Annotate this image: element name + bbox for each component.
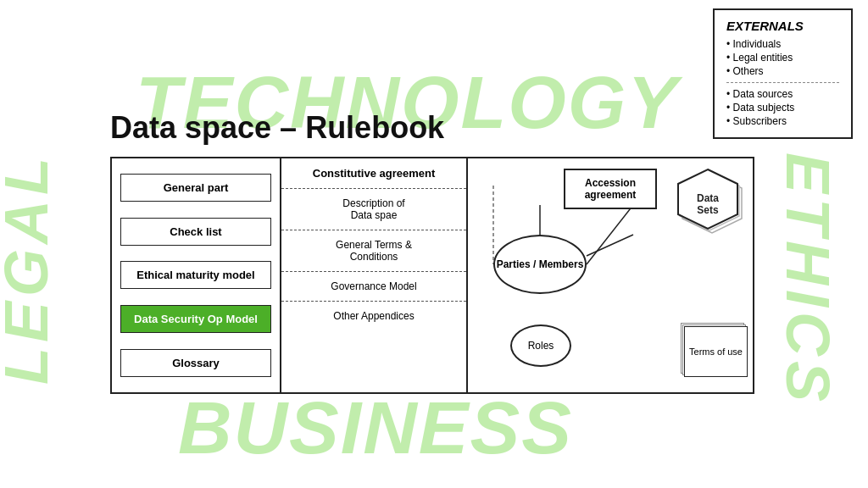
externals-item-individuals: • Individuals bbox=[726, 38, 839, 50]
externals-item-others: • Others bbox=[726, 65, 839, 77]
svg-line-3 bbox=[587, 235, 633, 256]
svg-text:Data: Data bbox=[697, 192, 719, 204]
constitutive-item-3: Governance Model bbox=[281, 272, 466, 302]
svg-text:Sets: Sets bbox=[697, 204, 719, 216]
externals-box: EXTERNALS • Individuals • Legal entities… bbox=[713, 8, 853, 139]
constitutive-item-4: Other Appendices bbox=[281, 302, 466, 330]
roles-ellipse: Roles bbox=[510, 324, 571, 367]
externals-item-datasources: • Data sources bbox=[726, 88, 839, 100]
constitutive-header: Constitutive agreement bbox=[281, 158, 466, 189]
rulebook-checklist[interactable]: Check list bbox=[120, 218, 271, 246]
terms-label: Terms of use bbox=[689, 347, 743, 357]
rulebook-general[interactable]: General part bbox=[120, 174, 271, 202]
page-title: Data space – Rulebook bbox=[110, 110, 444, 146]
constitutive-item-2: General Terms &Conditions bbox=[281, 230, 466, 272]
rulebook-ethical[interactable]: Ethical maturity model bbox=[120, 261, 271, 289]
constitutive-item-1: Description ofData spae bbox=[281, 189, 466, 230]
rulebook-datasecurity[interactable]: Data Security Op Model bbox=[120, 305, 271, 333]
roles-label: Roles bbox=[528, 340, 554, 352]
externals-item-subscribers: • Subscribers bbox=[726, 115, 839, 127]
svg-line-2 bbox=[587, 205, 633, 264]
rulebook-glossary[interactable]: Glossary bbox=[120, 349, 271, 377]
accession-box: Accession agreement bbox=[564, 169, 657, 209]
parties-label: Parties / Members bbox=[497, 258, 584, 270]
datasets-wrapper: Data Sets bbox=[670, 165, 746, 249]
accession-label: Accession agreement bbox=[585, 177, 637, 201]
terms-front: Terms of use bbox=[684, 326, 748, 377]
terms-wrapper: Terms of use bbox=[684, 326, 748, 377]
parties-ellipse: Parties / Members bbox=[493, 235, 587, 294]
right-panel: Accession agreement Parties / Members Ro… bbox=[468, 158, 753, 392]
middle-panel: Constitutive agreement Description ofDat… bbox=[281, 158, 468, 392]
left-panel: General part Check list Ethical maturity… bbox=[112, 158, 281, 392]
datasets-hex: Data Sets bbox=[670, 165, 746, 246]
externals-item-legal: • Legal entities bbox=[726, 52, 839, 64]
diagram-box: General part Check list Ethical maturity… bbox=[110, 157, 754, 394]
externals-divider bbox=[726, 82, 839, 83]
externals-title: EXTERNALS bbox=[726, 19, 839, 33]
externals-item-datasubjects: • Data subjects bbox=[726, 102, 839, 114]
